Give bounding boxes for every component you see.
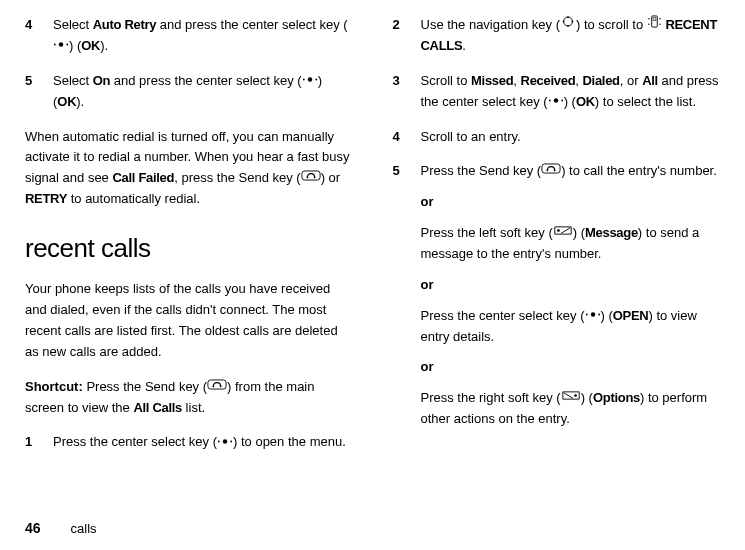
step-5: 5 Select On and press the center select …: [25, 71, 353, 113]
left-column: 4 Select Auto Retry and press the center…: [25, 15, 353, 510]
center-select-icon: [217, 432, 233, 453]
bold-text: Dialed: [583, 73, 620, 88]
left-soft-key-icon: [553, 222, 573, 243]
text: .: [462, 38, 466, 53]
text: ) to select the list.: [595, 94, 696, 109]
text: Use the navigation key (: [421, 17, 560, 32]
step-body: Press the Send key () to call the entry'…: [421, 161, 721, 430]
bold-text: OK: [81, 38, 100, 53]
step-body: Scroll to an entry.: [421, 127, 721, 148]
right-column: 2 Use the navigation key () to scroll to…: [393, 15, 721, 510]
text: ) to open the menu.: [233, 434, 346, 449]
bold-text: OPEN: [613, 308, 649, 323]
center-select-icon: [548, 91, 564, 112]
text: Press the left soft key (: [421, 225, 553, 240]
step-number: 4: [25, 15, 53, 57]
page-footer: 46 calls: [25, 517, 97, 540]
or-label: or: [421, 275, 721, 296]
page-number: 46: [25, 517, 41, 539]
shortcut-label: Shortcut:: [25, 379, 83, 394]
text: ) to call the entry's number.: [561, 163, 717, 178]
step-number: 1: [25, 432, 53, 453]
text: Scroll to: [421, 73, 472, 88]
text: Press the Send key (: [83, 379, 207, 394]
step-4: 4 Select Auto Retry and press the center…: [25, 15, 353, 57]
nav-key-icon: [560, 14, 576, 35]
bold-text: Call Failed: [112, 170, 174, 185]
text: Press the center select key (: [421, 308, 585, 323]
step-5b: 5 Press the Send key () to call the entr…: [393, 161, 721, 430]
bold-text: Auto Retry: [93, 17, 156, 32]
step-body: Select Auto Retry and press the center s…: [53, 15, 353, 57]
step-number: 4: [393, 127, 421, 148]
text: ) (: [601, 308, 613, 323]
text: ) (: [69, 38, 81, 53]
section-heading: recent calls: [25, 228, 353, 270]
bold-text: RETRY: [25, 191, 67, 206]
bold-text: All: [642, 73, 658, 88]
text: Press the Send key (: [421, 163, 542, 178]
step-number: 3: [393, 71, 421, 113]
center-select-icon: [53, 35, 69, 56]
text: , press the Send key (: [174, 170, 300, 185]
text: ) (: [573, 225, 585, 240]
center-select-icon: [302, 70, 318, 91]
text: list.: [182, 400, 205, 415]
text: to automatically redial.: [67, 191, 200, 206]
text: and press the center select key (: [110, 73, 301, 88]
bold-text: OK: [57, 94, 76, 109]
text: ) (: [564, 94, 576, 109]
text: ) (: [581, 390, 593, 405]
bold-text: Missed: [471, 73, 513, 88]
bold-text: Options: [593, 390, 640, 405]
text: and press the center select key (: [156, 17, 347, 32]
text: Press the right soft key (: [421, 390, 561, 405]
bold-text: On: [93, 73, 110, 88]
step-body: Use the navigation key () to scroll to R…: [421, 15, 721, 57]
text: , or: [620, 73, 642, 88]
paragraph: When automatic redial is turned off, you…: [25, 127, 353, 210]
text: Select: [53, 73, 93, 88]
step-3: 3 Scroll to Missed, Received, Dialed, or…: [393, 71, 721, 113]
send-key-icon: [207, 376, 227, 397]
page-label: calls: [71, 519, 97, 540]
text: ) or: [321, 170, 341, 185]
center-select-icon: [585, 305, 601, 326]
bold-text: OK: [576, 94, 595, 109]
text: ) to scroll to: [576, 17, 647, 32]
step-body: Scroll to Missed, Received, Dialed, or A…: [421, 71, 721, 113]
text: ).: [100, 38, 108, 53]
step-1: 1 Press the center select key () to open…: [25, 432, 353, 453]
text: ).: [76, 94, 84, 109]
bold-text: All Calls: [133, 400, 182, 415]
text: Select: [53, 17, 93, 32]
bold-text: Message: [585, 225, 638, 240]
send-key-icon: [541, 160, 561, 181]
bold-text: Received: [521, 73, 576, 88]
text: ,: [575, 73, 582, 88]
step-number: 5: [25, 71, 53, 113]
or-label: or: [421, 192, 721, 213]
step-number: 5: [393, 161, 421, 430]
step-body: Select On and press the center select ke…: [53, 71, 353, 113]
step-2: 2 Use the navigation key () to scroll to…: [393, 15, 721, 57]
send-key-icon: [301, 167, 321, 188]
step-number: 2: [393, 15, 421, 57]
step-body: Press the center select key () to open t…: [53, 432, 353, 453]
or-label: or: [421, 357, 721, 378]
text: Press the center select key (: [53, 434, 217, 449]
step-4b: 4 Scroll to an entry.: [393, 127, 721, 148]
text: ,: [513, 73, 520, 88]
paragraph: Your phone keeps lists of the calls you …: [25, 279, 353, 362]
right-soft-key-icon: [561, 387, 581, 408]
shortcut-paragraph: Shortcut: Press the Send key () from the…: [25, 377, 353, 419]
phone-menu-icon: [647, 14, 662, 35]
